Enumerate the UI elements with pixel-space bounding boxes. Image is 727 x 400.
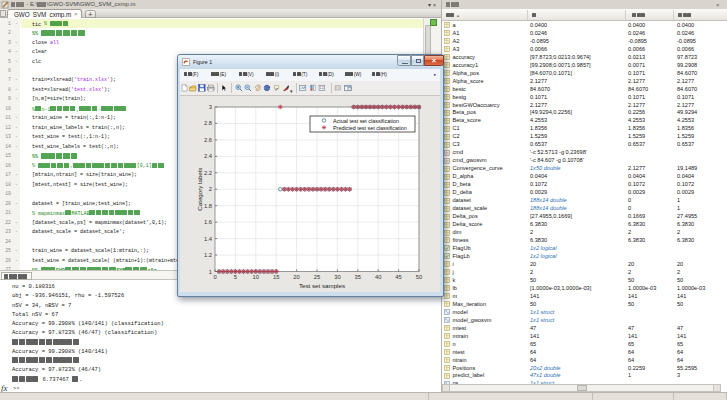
svg-text:30: 30 xyxy=(334,274,340,280)
svg-text:25: 25 xyxy=(314,274,320,280)
svg-text:1.8: 1.8 xyxy=(204,203,212,209)
svg-text:1.4: 1.4 xyxy=(204,236,213,242)
svg-text:Predicted test set classificat: Predicted test set classification xyxy=(333,125,407,131)
svg-text:Category labels: Category labels xyxy=(196,168,203,211)
svg-text:15: 15 xyxy=(273,274,279,280)
svg-text:50: 50 xyxy=(416,274,422,280)
svg-text:40: 40 xyxy=(375,274,381,280)
svg-text:45: 45 xyxy=(395,274,401,280)
svg-text:2.6: 2.6 xyxy=(204,137,212,143)
svg-text:Test set samples: Test set samples xyxy=(299,282,345,289)
svg-text:2.2: 2.2 xyxy=(204,170,212,176)
svg-text:2.4: 2.4 xyxy=(204,153,213,159)
svg-text:2.8: 2.8 xyxy=(204,120,212,126)
svg-text:35: 35 xyxy=(355,274,361,280)
svg-text:5: 5 xyxy=(234,274,237,280)
svg-text:Actual test set classification: Actual test set classification xyxy=(333,118,399,124)
svg-text:1.2: 1.2 xyxy=(204,252,212,258)
svg-text:2: 2 xyxy=(209,186,212,192)
svg-text:1.6: 1.6 xyxy=(204,219,212,225)
svg-text:0: 0 xyxy=(213,274,216,280)
svg-text:3: 3 xyxy=(209,104,212,110)
svg-text:20: 20 xyxy=(293,274,299,280)
svg-text:10: 10 xyxy=(253,274,259,280)
svg-text:1: 1 xyxy=(209,269,212,275)
